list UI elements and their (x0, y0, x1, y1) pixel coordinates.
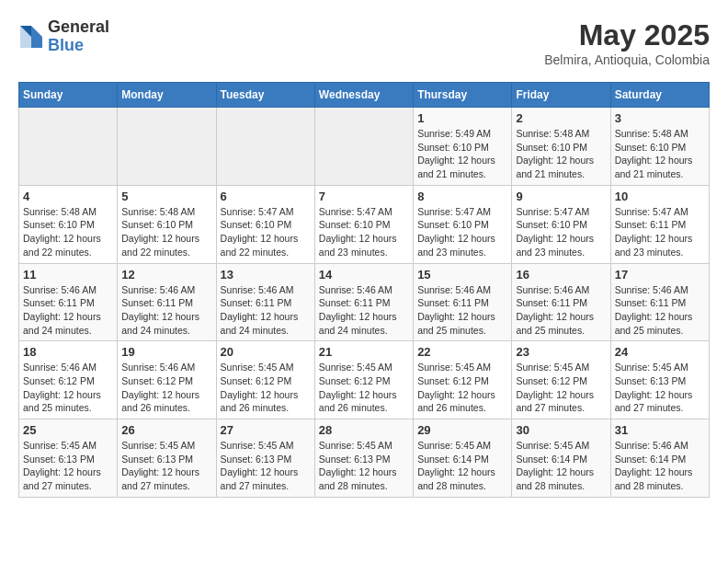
calendar-cell: 9Sunrise: 5:47 AM Sunset: 6:10 PM Daylig… (512, 185, 610, 263)
day-info: Sunrise: 5:46 AM Sunset: 6:11 PM Dayligh… (417, 283, 507, 338)
calendar-cell: 26Sunrise: 5:45 AM Sunset: 6:13 PM Dayli… (118, 419, 216, 498)
day-info: Sunrise: 5:45 AM Sunset: 6:12 PM Dayligh… (319, 361, 409, 415)
day-number: 11 (23, 268, 113, 282)
calendar-cell: 8Sunrise: 5:47 AM Sunset: 6:10 PM Daylig… (414, 185, 512, 263)
calendar-cell: 1Sunrise: 5:49 AM Sunset: 6:10 PM Daylig… (414, 108, 512, 186)
title-block: May 2025 Belmira, Antioquia, Colombia (544, 18, 710, 67)
day-info: Sunrise: 5:45 AM Sunset: 6:12 PM Dayligh… (516, 361, 606, 415)
day-number: 10 (615, 190, 705, 203)
day-number: 20 (221, 345, 311, 359)
day-info: Sunrise: 5:47 AM Sunset: 6:10 PM Dayligh… (221, 205, 311, 259)
day-number: 26 (121, 423, 211, 437)
day-number: 29 (417, 423, 507, 437)
day-number: 25 (23, 423, 113, 437)
calendar-cell: 13Sunrise: 5:46 AM Sunset: 6:11 PM Dayli… (216, 263, 314, 341)
calendar-cell: 22Sunrise: 5:45 AM Sunset: 6:12 PM Dayli… (414, 341, 512, 419)
calendar-cell: 14Sunrise: 5:46 AM Sunset: 6:11 PM Dayli… (314, 263, 413, 341)
calendar-cell: 2Sunrise: 5:48 AM Sunset: 6:10 PM Daylig… (512, 108, 610, 186)
calendar-cell: 17Sunrise: 5:46 AM Sunset: 6:11 PM Dayli… (610, 263, 709, 341)
day-info: Sunrise: 5:46 AM Sunset: 6:14 PM Dayligh… (615, 439, 705, 493)
location-subtitle: Belmira, Antioquia, Colombia (544, 52, 710, 67)
calendar-cell: 12Sunrise: 5:46 AM Sunset: 6:11 PM Dayli… (118, 263, 216, 341)
calendar-cell: 3Sunrise: 5:48 AM Sunset: 6:10 PM Daylig… (610, 108, 709, 186)
day-number: 6 (221, 190, 311, 203)
day-info: Sunrise: 5:48 AM Sunset: 6:10 PM Dayligh… (23, 205, 113, 259)
svg-marker-1 (31, 37, 42, 48)
day-number: 17 (615, 268, 705, 282)
weekday-header-thursday: Thursday (414, 83, 512, 108)
calendar-week-1: 1Sunrise: 5:49 AM Sunset: 6:10 PM Daylig… (19, 108, 710, 186)
logo-icon (18, 24, 44, 50)
weekday-header-monday: Monday (118, 83, 216, 108)
day-info: Sunrise: 5:47 AM Sunset: 6:10 PM Dayligh… (417, 205, 507, 259)
day-info: Sunrise: 5:46 AM Sunset: 6:11 PM Dayligh… (221, 283, 311, 338)
day-number: 3 (615, 111, 705, 125)
calendar-cell: 19Sunrise: 5:46 AM Sunset: 6:12 PM Dayli… (118, 341, 216, 419)
day-number: 28 (319, 423, 409, 437)
calendar-cell: 18Sunrise: 5:46 AM Sunset: 6:12 PM Dayli… (19, 341, 118, 419)
day-info: Sunrise: 5:48 AM Sunset: 6:10 PM Dayligh… (516, 127, 606, 181)
day-info: Sunrise: 5:46 AM Sunset: 6:11 PM Dayligh… (121, 283, 211, 338)
calendar-week-2: 4Sunrise: 5:48 AM Sunset: 6:10 PM Daylig… (19, 185, 710, 263)
logo-blue: Blue (48, 36, 84, 54)
calendar-cell: 31Sunrise: 5:46 AM Sunset: 6:14 PM Dayli… (610, 419, 709, 498)
day-number: 9 (516, 190, 606, 203)
day-number: 5 (121, 190, 211, 203)
weekday-header-sunday: Sunday (19, 83, 118, 108)
weekday-header-wednesday: Wednesday (314, 83, 413, 108)
logo-text: General Blue (48, 18, 109, 55)
day-number: 19 (121, 345, 211, 359)
calendar-cell: 23Sunrise: 5:45 AM Sunset: 6:12 PM Dayli… (512, 341, 610, 419)
day-info: Sunrise: 5:45 AM Sunset: 6:13 PM Dayligh… (615, 361, 705, 415)
day-info: Sunrise: 5:45 AM Sunset: 6:12 PM Dayligh… (221, 361, 311, 415)
day-number: 16 (516, 268, 606, 282)
calendar-cell (19, 108, 118, 186)
calendar-cell: 29Sunrise: 5:45 AM Sunset: 6:14 PM Dayli… (414, 419, 512, 498)
day-number: 30 (516, 423, 606, 437)
calendar-cell: 6Sunrise: 5:47 AM Sunset: 6:10 PM Daylig… (216, 185, 314, 263)
calendar-cell: 28Sunrise: 5:45 AM Sunset: 6:13 PM Dayli… (314, 419, 413, 498)
day-info: Sunrise: 5:45 AM Sunset: 6:13 PM Dayligh… (23, 439, 113, 493)
page-header: General Blue May 2025 Belmira, Antioquia… (18, 18, 710, 67)
day-info: Sunrise: 5:45 AM Sunset: 6:14 PM Dayligh… (516, 439, 606, 493)
calendar-week-5: 25Sunrise: 5:45 AM Sunset: 6:13 PM Dayli… (19, 419, 710, 498)
day-info: Sunrise: 5:45 AM Sunset: 6:13 PM Dayligh… (221, 439, 311, 493)
day-number: 7 (319, 190, 409, 203)
day-info: Sunrise: 5:46 AM Sunset: 6:11 PM Dayligh… (615, 283, 705, 338)
calendar-week-3: 11Sunrise: 5:46 AM Sunset: 6:11 PM Dayli… (19, 263, 710, 341)
day-number: 21 (319, 345, 409, 359)
day-info: Sunrise: 5:46 AM Sunset: 6:12 PM Dayligh… (23, 361, 113, 415)
day-info: Sunrise: 5:45 AM Sunset: 6:14 PM Dayligh… (417, 439, 507, 493)
day-info: Sunrise: 5:47 AM Sunset: 6:11 PM Dayligh… (615, 205, 705, 259)
day-number: 27 (221, 423, 311, 437)
day-number: 24 (615, 345, 705, 359)
day-info: Sunrise: 5:49 AM Sunset: 6:10 PM Dayligh… (417, 127, 507, 181)
day-number: 4 (23, 190, 113, 203)
weekday-header-row: SundayMondayTuesdayWednesdayThursdayFrid… (19, 83, 710, 108)
day-number: 12 (121, 268, 211, 282)
calendar-week-4: 18Sunrise: 5:46 AM Sunset: 6:12 PM Dayli… (19, 341, 710, 419)
day-info: Sunrise: 5:46 AM Sunset: 6:12 PM Dayligh… (121, 361, 211, 415)
day-number: 15 (417, 268, 507, 282)
calendar-cell: 15Sunrise: 5:46 AM Sunset: 6:11 PM Dayli… (414, 263, 512, 341)
day-number: 22 (417, 345, 507, 359)
calendar-cell: 5Sunrise: 5:48 AM Sunset: 6:10 PM Daylig… (118, 185, 216, 263)
calendar-cell (314, 108, 413, 186)
day-info: Sunrise: 5:46 AM Sunset: 6:11 PM Dayligh… (319, 283, 409, 338)
weekday-header-tuesday: Tuesday (216, 83, 314, 108)
weekday-header-friday: Friday (512, 83, 610, 108)
day-number: 18 (23, 345, 113, 359)
logo: General Blue (18, 18, 109, 55)
weekday-header-saturday: Saturday (610, 83, 709, 108)
day-info: Sunrise: 5:46 AM Sunset: 6:11 PM Dayligh… (516, 283, 606, 338)
day-info: Sunrise: 5:47 AM Sunset: 6:10 PM Dayligh… (319, 205, 409, 259)
calendar-cell: 30Sunrise: 5:45 AM Sunset: 6:14 PM Dayli… (512, 419, 610, 498)
svg-marker-0 (31, 26, 42, 37)
day-number: 13 (221, 268, 311, 282)
day-info: Sunrise: 5:48 AM Sunset: 6:10 PM Dayligh… (615, 127, 705, 181)
calendar-cell: 11Sunrise: 5:46 AM Sunset: 6:11 PM Dayli… (19, 263, 118, 341)
calendar-cell: 24Sunrise: 5:45 AM Sunset: 6:13 PM Dayli… (610, 341, 709, 419)
day-info: Sunrise: 5:45 AM Sunset: 6:12 PM Dayligh… (417, 361, 507, 415)
calendar-cell: 10Sunrise: 5:47 AM Sunset: 6:11 PM Dayli… (610, 185, 709, 263)
calendar-cell: 25Sunrise: 5:45 AM Sunset: 6:13 PM Dayli… (19, 419, 118, 498)
